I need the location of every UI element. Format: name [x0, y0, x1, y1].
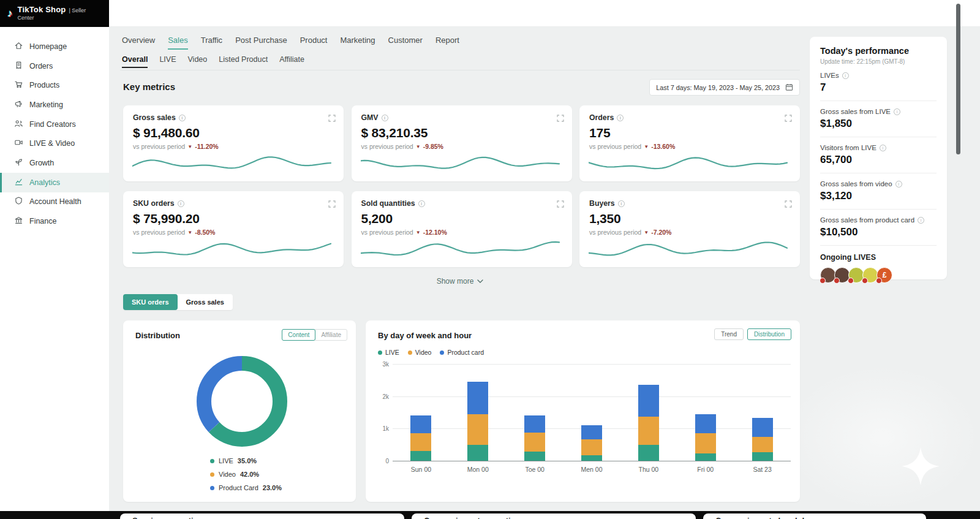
subtab-live[interactable]: LIVE	[159, 55, 176, 68]
xlabel-thu-00: Thu 00	[627, 466, 670, 473]
subtab-video[interactable]: Video	[188, 55, 208, 68]
tab-post-purchase[interactable]: Post Purchase	[235, 36, 287, 50]
bar-men-00-product-card	[581, 425, 602, 439]
bar-sun-00-product-card	[410, 415, 431, 433]
bar-thu-00-video	[638, 417, 659, 445]
stat-label-gross-sales-from-product-card: Gross sales from product cardi	[820, 216, 937, 224]
bar-legend-product-card: Product card	[440, 349, 484, 356]
bar-sat-23-live	[752, 452, 773, 461]
sidebar-item-growth[interactable]: Growth	[0, 153, 109, 173]
expand-icon[interactable]	[328, 113, 336, 124]
by-day-btn-trend[interactable]: Trend	[714, 328, 744, 340]
sidebar-item-finance[interactable]: Finance	[0, 211, 109, 231]
stat-label-text: Visitors from LIVE	[820, 144, 876, 151]
info-icon[interactable]: i	[842, 72, 849, 79]
info-icon[interactable]: i	[618, 200, 625, 207]
legend-item-live: LIVE 35.0%	[210, 454, 282, 468]
info-icon[interactable]: i	[617, 115, 624, 121]
info-icon[interactable]: i	[895, 181, 902, 188]
metric-value: 1,350	[589, 211, 790, 226]
distribution-donut-chart	[193, 352, 291, 453]
tab-marketing[interactable]: Marketing	[340, 36, 375, 50]
metric-title-text: Sold quantities	[361, 199, 415, 208]
sidebar-item-label: Growth	[29, 159, 54, 167]
bar-mon-00-product-card	[467, 382, 488, 414]
tab-traffic[interactable]: Traffic	[201, 36, 222, 50]
sidebar-item-marketing[interactable]: Marketing	[0, 95, 109, 115]
subtab-affiliate[interactable]: Affiliate	[279, 55, 304, 68]
metric-card-sku-orders: SKU ordersi$ 75,990.20vs previous period…	[123, 191, 344, 267]
sidebar-item-label: Find Creators	[29, 120, 76, 129]
show-more-button[interactable]: Show more	[423, 277, 497, 286]
bar-thu-00-live	[638, 445, 659, 461]
logo-title: TikTok Shop	[18, 6, 66, 15]
sidebar-item-live-video[interactable]: LIVE & Video	[0, 134, 109, 153]
stat-value-gross-sales-from-live: $1,850	[820, 118, 937, 130]
metric-card-buyers: Buyersi1,350vs previous period▼-7.20%	[579, 191, 800, 267]
info-icon[interactable]: i	[880, 145, 886, 151]
by-day-btn-distribution[interactable]: Distribution	[747, 328, 791, 340]
toggle-sku-orders[interactable]: SKU orders	[123, 294, 178, 310]
subtab-listed-product[interactable]: Listed Product	[219, 55, 268, 68]
stat-label-lives: LIVEsi	[820, 72, 937, 79]
ytick-1k: 1k	[371, 425, 389, 432]
gridline-2k	[393, 396, 791, 397]
toggle-gross-sales[interactable]: Gross sales	[178, 294, 233, 310]
metric-card-sold-quantities: Sold quantitiesi5,200vs previous period▼…	[352, 191, 572, 267]
info-icon[interactable]: i	[418, 200, 425, 207]
sparkline-chart	[361, 230, 562, 263]
distribution-btn-content[interactable]: Content	[282, 329, 315, 341]
expand-icon[interactable]	[785, 199, 792, 210]
bottom-card-conversion-rate-over-time: Conversion rate over time	[412, 513, 696, 519]
bar-toe-00-live	[524, 452, 545, 461]
info-icon[interactable]: i	[894, 108, 900, 115]
metric-toggle-group: SKU ordersGross sales	[123, 294, 233, 310]
app-logo[interactable]: ♪ TikTok Shop | Seller Center	[0, 0, 109, 27]
primary-tabs: OverviewSalesTrafficPost PurchaseProduct…	[122, 36, 459, 50]
stat-divider	[820, 173, 937, 173]
expand-icon[interactable]	[328, 199, 336, 210]
distribution-btn-affiliate[interactable]: Affiliate	[315, 329, 347, 341]
growth-icon	[14, 157, 23, 169]
tab-customer[interactable]: Customer	[388, 36, 423, 50]
bar-fri-00-live	[695, 453, 716, 461]
live-avatar-5[interactable]: £	[876, 267, 892, 283]
info-icon[interactable]: i	[179, 115, 186, 121]
todays-performance-panel: Today's performance Update time: 22:15pm…	[810, 37, 947, 279]
live-badge	[834, 278, 840, 284]
logo-tagline-bottom: Center	[18, 15, 86, 21]
logo-tagline-top: | Seller	[69, 7, 86, 13]
vertical-scrollbar[interactable]	[956, 4, 960, 154]
bottom-card-sessions-over-time: Sessions over time	[120, 513, 404, 519]
sidebar-item-find-creators[interactable]: Find Creators	[0, 115, 109, 134]
info-icon[interactable]: i	[918, 217, 924, 224]
tab-sales[interactable]: Sales	[168, 36, 188, 50]
legend-item-video: Video 42.0%	[210, 468, 282, 481]
sidebar-item-homepage[interactable]: Homepage	[0, 37, 109, 56]
sidebar-item-products[interactable]: Products	[0, 75, 109, 95]
legend-label: Video	[219, 471, 236, 478]
xlabel-toe-00: Toe 00	[513, 466, 556, 473]
expand-icon[interactable]	[785, 113, 792, 124]
sidebar-item-orders[interactable]: Orders	[0, 56, 109, 76]
metric-card-title: Ordersi	[589, 113, 790, 122]
by-day-card: By day of week and hour TrendDistributio…	[366, 320, 800, 502]
metric-card-title: Buyersi	[589, 199, 790, 208]
info-icon[interactable]: i	[178, 200, 184, 207]
expand-icon[interactable]	[557, 113, 564, 124]
home-icon	[14, 41, 23, 52]
metric-card-gmv: GMVi$ 83,210.35vs previous period▼-9.85%	[352, 105, 572, 181]
sidebar-nav: HomepageOrdersProductsMarketingFind Crea…	[0, 27, 109, 511]
sidebar-item-account-health[interactable]: Account Health	[0, 192, 109, 212]
sidebar-item-analytics[interactable]: Analytics	[0, 173, 109, 192]
expand-icon[interactable]	[557, 199, 564, 210]
info-icon[interactable]: i	[382, 115, 388, 121]
date-range-picker[interactable]: Last 7 days: May 19, 2023 - May 25, 2023	[649, 79, 800, 96]
live-badge	[848, 278, 854, 284]
tab-report[interactable]: Report	[435, 36, 459, 50]
subtab-overall[interactable]: Overall	[122, 55, 148, 68]
xlabel-mon-00: Mon 00	[456, 466, 499, 473]
tab-product[interactable]: Product	[300, 36, 328, 50]
ytick-3k: 3k	[371, 361, 389, 368]
tab-overview[interactable]: Overview	[122, 36, 155, 50]
